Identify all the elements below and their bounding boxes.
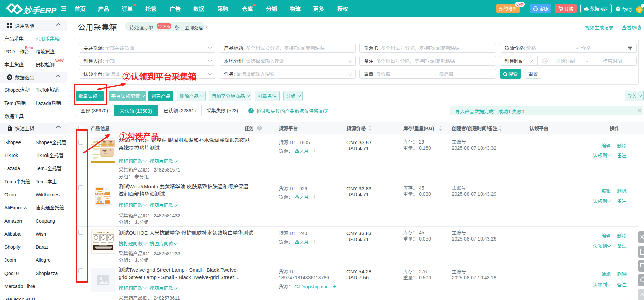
svg-text:?: ? xyxy=(258,125,260,130)
svg-text:— HOW TO USE —: — HOW TO USE — xyxy=(94,231,113,234)
svg-text:TURMERIC: TURMERIC xyxy=(95,193,105,195)
svg-text:!: ! xyxy=(586,7,587,11)
svg-text:TURMERIC: TURMERIC xyxy=(103,195,111,197)
svg-text:?: ? xyxy=(617,7,619,11)
